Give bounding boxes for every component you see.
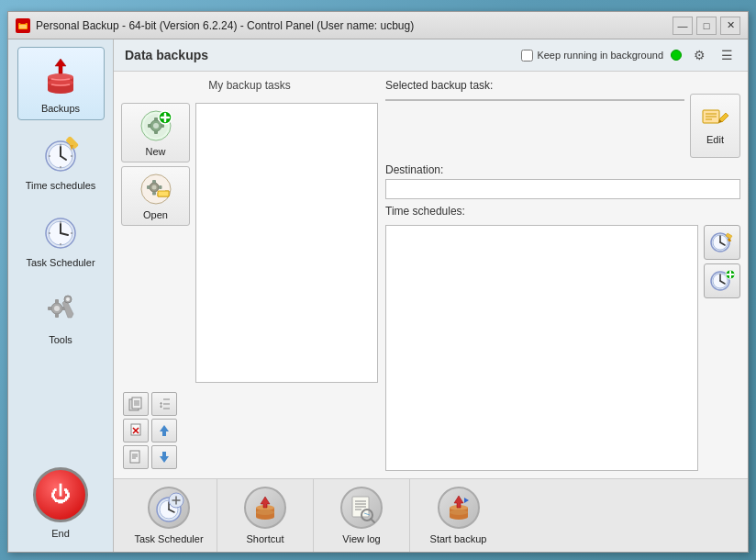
time-side-buttons [704, 225, 740, 471]
app-icon [16, 18, 30, 33]
edit-schedule-icon [708, 229, 736, 256]
title-bar: Personal Backup - 64-bit (Version 6.2.24… [8, 12, 748, 39]
bottom-bar: Task Scheduler [114, 478, 748, 552]
backups-icon [37, 53, 84, 101]
bottom-task-scheduler-button[interactable]: Task Scheduler [121, 479, 217, 552]
copy-button[interactable] [123, 392, 149, 416]
bottom-actions: ↕ [121, 390, 378, 471]
svg-point-45 [151, 185, 156, 189]
end-button[interactable]: ⏻ [33, 467, 88, 522]
menu-button[interactable]: ☰ [717, 45, 737, 65]
close-button[interactable]: ✕ [720, 17, 740, 35]
maximize-button[interactable]: □ [696, 17, 717, 35]
bottom-shortcut-button[interactable]: Shortcut [217, 479, 314, 552]
svg-rect-28 [48, 307, 52, 310]
shortcut-bottom-icon [244, 487, 286, 529]
sidebar-tools-label: Tools [49, 334, 72, 345]
view-log-bottom-icon [340, 487, 383, 529]
svg-line-103 [371, 519, 374, 522]
svg-rect-37 [154, 130, 158, 134]
move-up-button[interactable] [151, 419, 177, 442]
keep-running-checkbox[interactable] [521, 50, 533, 62]
new-label: New [145, 146, 165, 157]
new-icon [139, 109, 172, 142]
shortcut-svg [249, 491, 282, 524]
start-backup-bottom-label: Start backup [430, 533, 487, 544]
svg-rect-47 [152, 192, 156, 196]
svg-rect-46 [152, 180, 156, 184]
delete-button[interactable] [123, 419, 149, 442]
minimize-button[interactable]: — [673, 17, 693, 35]
svg-point-95 [256, 510, 274, 515]
tasks-actions: New [121, 103, 190, 383]
settings-button[interactable]: ⚙ [689, 45, 709, 65]
bottom-start-backup-button[interactable]: Start backup [410, 479, 506, 552]
view-log-svg [345, 491, 378, 524]
sort-button[interactable]: ↕ [151, 392, 177, 416]
start-backup-svg [442, 491, 475, 524]
destination-input[interactable] [385, 179, 740, 199]
sidebar-item-backups[interactable]: Backups [17, 47, 105, 120]
move-down-button[interactable] [151, 445, 177, 469]
svg-point-25 [54, 306, 60, 311]
panel-title: Data backups [125, 48, 208, 62]
svg-rect-2 [20, 21, 26, 24]
end-label: End [51, 528, 70, 539]
sidebar-item-tools[interactable]: Tools [17, 278, 105, 352]
sidebar-backups-label: Backups [41, 103, 80, 114]
open-icon [139, 173, 172, 206]
tasks-list[interactable] [195, 103, 378, 383]
tools-icon [37, 285, 84, 332]
svg-rect-1 [19, 25, 27, 28]
open-label: Open [143, 209, 168, 220]
time-schedules-row [385, 225, 740, 471]
delete-icon [128, 423, 143, 438]
edit-button[interactable]: Edit [690, 94, 740, 158]
svg-rect-26 [55, 299, 59, 304]
task-scheduler-bottom-icon [148, 487, 190, 529]
svg-point-31 [66, 297, 70, 301]
bottom-row-3 [123, 445, 376, 469]
svg-rect-38 [148, 124, 151, 128]
selected-task-title: Selected backup task: [385, 79, 684, 92]
bottom-view-log-button[interactable]: View log [314, 479, 410, 552]
svg-rect-49 [159, 185, 162, 189]
right-column: Selected backup task: [385, 79, 740, 471]
selected-task-row: Selected backup task: [385, 79, 740, 158]
edit-label: Edit [706, 134, 724, 145]
svg-marker-110 [464, 498, 469, 503]
sort-icon: ↕ [157, 397, 172, 411]
svg-rect-48 [147, 185, 150, 189]
new-button[interactable]: New [121, 103, 190, 162]
sidebar-item-task-scheduler[interactable]: Task Scheduler [17, 201, 105, 274]
status-indicator [671, 50, 682, 61]
edit-schedule-button[interactable] [704, 225, 740, 260]
header-controls: Keep running in background ⚙ ☰ [521, 45, 737, 65]
open-button[interactable]: Open [121, 166, 190, 226]
sidebar-item-time-schedules[interactable]: Time schedules [17, 124, 105, 197]
add-schedule-button[interactable] [704, 263, 740, 298]
sidebar-taskscheduler-label: Task Scheduler [26, 257, 94, 268]
start-backup-bottom-icon [438, 487, 480, 529]
task-scheduler-svg [152, 491, 185, 524]
svg-text:↕: ↕ [159, 399, 163, 409]
svg-rect-63 [162, 431, 166, 436]
bottom-row-2 [123, 419, 376, 442]
doc-icon [128, 450, 143, 465]
add-schedule-icon [708, 267, 736, 295]
tasks-and-list: New [121, 103, 378, 383]
sidebar-timeschedules-label: Time schedules [26, 180, 96, 191]
copy-icon [128, 397, 143, 411]
shortcut-bottom-label: Shortcut [247, 533, 284, 544]
doc-button[interactable] [123, 445, 149, 469]
time-schedules-list[interactable] [385, 225, 698, 471]
destination-row: Destination: [385, 163, 740, 199]
svg-point-35 [153, 123, 159, 129]
my-backup-tasks-header: My backup tasks [121, 79, 378, 92]
svg-rect-69 [162, 452, 166, 456]
keep-running-label[interactable]: Keep running in background [521, 50, 663, 62]
svg-rect-39 [161, 124, 164, 128]
selected-task-box[interactable] [385, 99, 684, 101]
left-column: My backup tasks [121, 79, 378, 471]
down-arrow-icon [157, 450, 172, 465]
